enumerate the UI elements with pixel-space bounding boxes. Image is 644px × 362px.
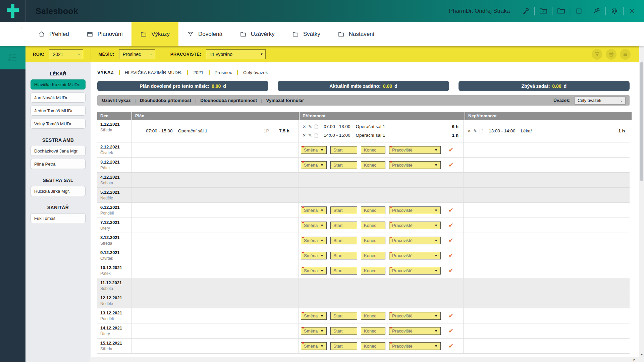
confirm-check-icon[interactable]: ✔: [448, 312, 453, 319]
konec-input[interactable]: Konec: [361, 327, 385, 335]
horizontal-scrollbar[interactable]: ►: [90, 357, 644, 362]
konec-input[interactable]: Konec: [361, 267, 385, 275]
smena-select[interactable]: "Směna▼: [301, 252, 327, 259]
smena-select[interactable]: "Směna▼: [301, 267, 327, 275]
konec-input[interactable]: Konec: [361, 252, 385, 259]
pracoviste-select[interactable]: "Pracoviště▼: [389, 206, 441, 214]
sidebar-person-item[interactable]: Hlavička Kazimír MUDr.: [31, 79, 86, 89]
start-input[interactable]: Start: [330, 161, 357, 169]
pracoviste-select[interactable]: "Pracoviště▼: [389, 342, 441, 350]
vertical-scrollbar[interactable]: ▼: [639, 46, 644, 357]
konec-input[interactable]: Konec: [361, 237, 385, 244]
start-input[interactable]: Start: [330, 146, 357, 154]
checklist-icon[interactable]: [0, 46, 25, 69]
smena-select[interactable]: "Směna▼: [301, 161, 327, 169]
konec-input[interactable]: Konec: [361, 161, 385, 169]
settings-icon[interactable]: [607, 4, 622, 18]
start-input[interactable]: Start: [330, 206, 357, 214]
smena-select[interactable]: "Směna▼: [301, 312, 327, 320]
toolbar-action[interactable]: Uzavřít výkaz: [101, 98, 131, 103]
smena-select[interactable]: "Směna▼: [301, 146, 327, 154]
edit-icon[interactable]: ✎: [473, 128, 477, 133]
smena-select[interactable]: "Směna▼: [301, 222, 327, 229]
pracoviste-select[interactable]: "Pracoviště▼: [389, 237, 441, 244]
sidebar-person-item[interactable]: Pilná Petra: [31, 159, 86, 169]
confirm-check-icon[interactable]: ✔: [448, 222, 453, 229]
smena-select[interactable]: "Směna▼: [301, 206, 327, 214]
sidebar-person-item[interactable]: Fuk Tomáš: [31, 213, 86, 223]
rok-select[interactable]: 2021 ⌄: [49, 49, 83, 59]
pracoviste-select[interactable]: "Pracoviště▼: [389, 252, 441, 259]
pracoviste-select[interactable]: "Pracoviště▼: [389, 161, 441, 169]
pracoviste-select[interactable]: "Pracoviště▼: [389, 327, 441, 335]
konec-input[interactable]: Konec: [361, 222, 385, 229]
smena-select[interactable]: "Směna▼: [301, 327, 327, 335]
filter-icon[interactable]: [592, 49, 602, 60]
konec-input[interactable]: Konec: [361, 312, 385, 320]
app-logo[interactable]: [0, 0, 25, 22]
close-icon[interactable]: [625, 4, 639, 18]
start-input[interactable]: Start: [330, 342, 357, 350]
tab-uzaverky[interactable]: Uzávěrky: [231, 22, 283, 46]
sidebar-person-item[interactable]: Docházková Jana Mgr.: [31, 146, 86, 156]
sidebar-person-item[interactable]: Jedno Tomáš MUDr.: [31, 106, 86, 116]
sidebar-person-item[interactable]: Jan Novák MUDr.: [31, 93, 86, 103]
print-icon[interactable]: [606, 49, 616, 60]
start-input[interactable]: Start: [330, 252, 357, 259]
start-input[interactable]: Start: [330, 327, 357, 335]
konec-input[interactable]: Konec: [361, 206, 385, 214]
toolbar-action[interactable]: Dlouhodobá nepřítomnost: [200, 98, 258, 103]
confirm-check-icon[interactable]: ✔: [448, 237, 453, 244]
tab-nastaveni[interactable]: Nastavení: [329, 22, 383, 46]
note-icon[interactable]: [314, 124, 318, 129]
user-search-icon[interactable]: [590, 4, 604, 18]
sidebar-person-item[interactable]: Volný Tomáš MUDr.: [31, 119, 86, 129]
sidebar-person-item[interactable]: Ručička Jirka Mgr.: [31, 186, 86, 196]
note-icon[interactable]: [314, 133, 318, 138]
smena-select[interactable]: "Směna▼: [301, 342, 327, 350]
collapse-arrow-icon[interactable]: →: [18, 24, 23, 30]
toolbar-action[interactable]: Dlouhodobá přítomnost: [139, 98, 192, 103]
confirm-check-icon[interactable]: ✔: [448, 267, 453, 274]
tab-vykazy[interactable]: Výkazy: [131, 22, 178, 46]
delete-icon[interactable]: ✕: [303, 133, 306, 138]
start-input[interactable]: Start: [330, 222, 357, 229]
scroll-right-arrow-icon[interactable]: ►: [633, 358, 636, 361]
pracoviste-select[interactable]: 11 vybráno ▾: [206, 49, 266, 59]
start-input[interactable]: Start: [330, 267, 357, 275]
confirm-check-icon[interactable]: ✔: [448, 206, 453, 214]
confirm-check-icon[interactable]: ✔: [448, 146, 453, 154]
mesic-select[interactable]: Prosinec ⌄: [119, 49, 155, 59]
key-icon[interactable]: [519, 4, 533, 18]
confirm-check-icon[interactable]: ✔: [448, 327, 453, 335]
tab-svatky[interactable]: Svátky: [283, 22, 329, 46]
confirm-check-icon[interactable]: ✔: [448, 252, 453, 259]
start-input[interactable]: Start: [330, 237, 357, 244]
konec-input[interactable]: Konec: [361, 342, 385, 350]
pracoviste-select[interactable]: "Pracoviště▼: [389, 146, 441, 154]
vertical-scrollbar-thumb[interactable]: [640, 62, 643, 181]
pracoviste-select[interactable]: "Pracoviště▼: [389, 222, 441, 229]
pracoviste-select[interactable]: "Pracoviště▼: [389, 267, 441, 275]
edit-icon[interactable]: ✎: [308, 124, 312, 129]
note-icon[interactable]: [479, 129, 483, 133]
frame-icon[interactable]: [572, 4, 586, 18]
edit-icon[interactable]: ✎: [308, 133, 312, 138]
delete-icon[interactable]: ✕: [303, 124, 306, 129]
tab-dovolena[interactable]: Dovolená: [178, 22, 231, 46]
tab-planovani[interactable]: Plánování: [78, 22, 132, 46]
confirm-check-icon[interactable]: ✔: [448, 161, 453, 169]
folder-new-icon[interactable]: N: [536, 4, 550, 18]
tab-prehled[interactable]: Přehled: [30, 22, 78, 46]
delete-icon[interactable]: ✕: [468, 129, 471, 133]
uvazek-select[interactable]: Celý úvazek ⌄: [575, 97, 626, 105]
menu-icon[interactable]: [620, 49, 631, 60]
start-input[interactable]: Start: [330, 312, 357, 320]
toolbar-action[interactable]: Vymazat formulář: [265, 98, 305, 103]
confirm-check-icon[interactable]: ✔: [448, 342, 453, 350]
smena-select[interactable]: "Směna▼: [301, 237, 327, 244]
pracoviste-select[interactable]: "Pracoviště▼: [389, 312, 441, 320]
konec-input[interactable]: Konec: [361, 146, 385, 154]
folder-icon[interactable]: [554, 4, 568, 18]
scroll-down-arrow-icon[interactable]: ▼: [640, 353, 643, 356]
